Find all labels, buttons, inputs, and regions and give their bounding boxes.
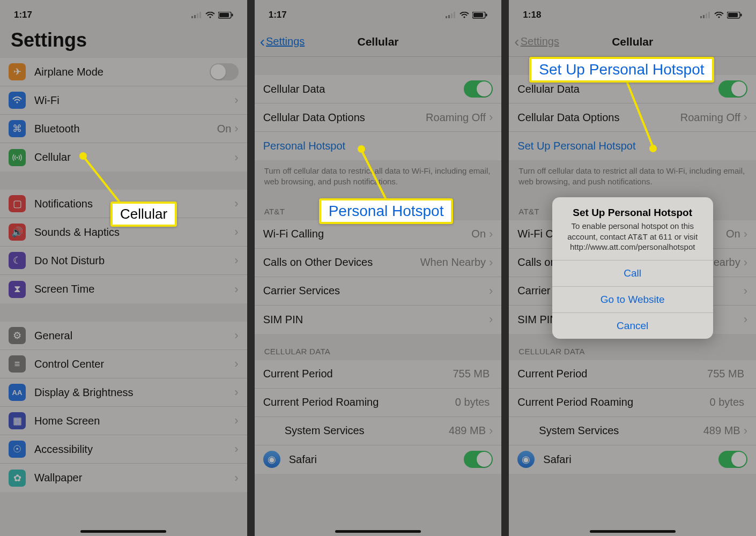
chevron-right-icon: ›	[234, 254, 238, 267]
row-label: General	[34, 330, 234, 342]
status-time: 1:17	[14, 10, 32, 20]
alert-cancel-button[interactable]: Cancel	[552, 312, 713, 339]
row-current-period[interactable]: Current Period 755 MB	[255, 360, 502, 389]
row-personal-hotspot[interactable]: Personal Hotspot	[255, 132, 502, 160]
nav-header: ‹ Settings Cellular	[255, 27, 502, 57]
svg-rect-0	[191, 16, 193, 18]
home-indicator	[335, 530, 421, 533]
row-value: On	[217, 123, 232, 135]
svg-point-4	[209, 16, 211, 18]
row-wallpaper[interactable]: ✿ Wallpaper ›	[0, 464, 247, 492]
notifications-icon: ▢	[9, 195, 26, 212]
chevron-right-icon: ›	[489, 110, 493, 124]
chevron-right-icon: ›	[234, 471, 238, 485]
wifi-icon	[205, 12, 215, 18]
bluetooth-icon: ⌘	[9, 120, 26, 137]
callout-set-up-personal-hotspot: Set Up Personal Hotspot	[529, 57, 714, 83]
row-label: Wi-Fi	[34, 94, 234, 107]
svg-point-9	[17, 157, 18, 158]
row-wifi[interactable]: Wi-Fi ›	[0, 86, 247, 115]
svg-rect-12	[448, 15, 450, 18]
row-accessibility[interactable]: ☉ Accessibility ›	[0, 435, 247, 464]
row-label: Calls on Other Devices	[263, 256, 420, 269]
row-wifi-calling[interactable]: Wi-Fi Calling On ›	[255, 220, 502, 249]
row-label: Accessibility	[34, 443, 234, 456]
row-calls-on-other-devices[interactable]: Calls on Other Devices When Nearby ›	[255, 249, 502, 277]
chevron-right-icon: ›	[489, 424, 493, 438]
row-label: Airplane Mode	[34, 66, 210, 78]
row-carrier-services[interactable]: Carrier Services ›	[255, 277, 502, 306]
row-display[interactable]: AA Display & Brightness ›	[0, 378, 247, 407]
back-label: Settings	[266, 35, 305, 48]
phone-screen-2: 1:17 ‹ Settings Cellular Cellular Data C…	[255, 0, 502, 536]
row-label: Screen Time	[34, 283, 234, 295]
row-bluetooth[interactable]: ⌘ Bluetooth On ›	[0, 115, 247, 143]
row-value: On	[471, 228, 486, 240]
display-icon: AA	[9, 384, 26, 401]
row-label: Home Screen	[34, 415, 234, 427]
cellular-note: Turn off cellular data to restrict all d…	[255, 160, 502, 194]
settings-group-1: ✈ Airplane Mode Wi-Fi › ⌘ Bluetooth On ›…	[0, 58, 247, 172]
row-control-center[interactable]: ≡ Control Center ›	[0, 350, 247, 378]
row-screen-time[interactable]: ⧗ Screen Time ›	[0, 275, 247, 303]
row-label: Sounds & Haptics	[34, 226, 234, 239]
cellular-icon	[9, 149, 26, 166]
status-icons	[191, 12, 233, 19]
row-value: When Nearby	[420, 256, 486, 269]
row-label: Safari	[289, 453, 464, 466]
row-safari[interactable]: ◉ Safari	[255, 445, 502, 474]
svg-rect-17	[473, 13, 483, 17]
row-label: Wallpaper	[34, 472, 234, 484]
row-value: 755 MB	[453, 368, 490, 380]
chevron-left-icon: ‹	[260, 34, 265, 49]
row-home-screen[interactable]: ▦ Home Screen ›	[0, 407, 247, 435]
row-label: Cellular Data Options	[263, 111, 426, 124]
row-sim-pin[interactable]: SIM PIN ›	[255, 306, 502, 334]
chevron-right-icon: ›	[489, 227, 493, 241]
row-cellular-data[interactable]: Cellular Data	[255, 75, 502, 103]
sounds-icon: 🔊	[9, 224, 26, 241]
back-button[interactable]: ‹ Settings	[260, 27, 305, 56]
svg-rect-2	[197, 13, 198, 18]
row-general[interactable]: ⚙ General ›	[0, 322, 247, 350]
cellular-group-main: Cellular Data Cellular Data Options Roam…	[255, 75, 502, 160]
wifi-icon	[9, 92, 26, 109]
svg-point-8	[16, 101, 18, 103]
toggles-icon: ≡	[9, 355, 26, 373]
chevron-right-icon: ›	[234, 329, 238, 343]
status-time: 1:17	[269, 10, 287, 20]
chevron-right-icon: ›	[489, 312, 493, 326]
alert-call-button[interactable]: Call	[552, 260, 713, 286]
row-cellular-data-options[interactable]: Cellular Data Options Roaming Off ›	[255, 103, 502, 132]
safari-data-toggle[interactable]	[464, 451, 493, 468]
row-cellular[interactable]: Cellular ›	[0, 143, 247, 172]
row-system-services[interactable]: System Services 489 MB ›	[255, 417, 502, 445]
row-airplane-mode[interactable]: ✈ Airplane Mode	[0, 58, 247, 86]
signal-icon	[191, 12, 202, 18]
alert-website-button[interactable]: Go to Website	[552, 286, 713, 312]
row-label: Current Period Roaming	[263, 396, 455, 408]
airplane-icon: ✈	[9, 63, 26, 80]
svg-rect-3	[199, 12, 201, 18]
status-bar: 1:17	[255, 0, 502, 27]
cellular-data-toggle[interactable]	[464, 80, 493, 98]
phone-screen-3: 1:18 ‹ Settings Cellular Cellular Data C…	[509, 0, 756, 536]
row-current-period-roaming[interactable]: Current Period Roaming 0 bytes	[255, 389, 502, 417]
battery-icon	[218, 12, 233, 19]
row-value: 0 bytes	[455, 396, 490, 408]
row-dnd[interactable]: ☾ Do Not Disturb ›	[0, 247, 247, 275]
chevron-right-icon: ›	[234, 122, 238, 136]
row-label: Display & Brightness	[34, 386, 234, 399]
svg-rect-11	[446, 16, 447, 18]
chevron-right-icon: ›	[234, 414, 238, 428]
row-label: Carrier Services	[263, 285, 489, 297]
page-title: Cellular	[357, 35, 398, 48]
chevron-right-icon: ›	[234, 225, 238, 239]
page-title: Settings	[0, 27, 247, 58]
callout-personal-hotspot: Personal Hotspot	[319, 198, 454, 224]
svg-rect-1	[194, 15, 196, 18]
hourglass-icon: ⧗	[9, 281, 26, 298]
row-label: Cellular Data	[263, 83, 464, 95]
airplane-toggle[interactable]	[210, 63, 239, 80]
signal-icon	[446, 12, 456, 18]
